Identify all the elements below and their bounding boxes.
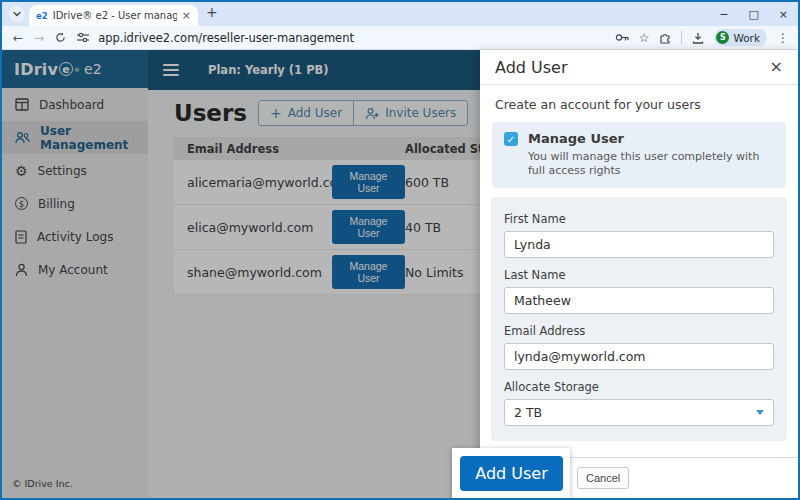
browser-url-bar: ← → app.idrivee2.com/reseller-user-manag… [2, 26, 798, 50]
address-input[interactable]: app.idrivee2.com/reseller-user-managemen… [98, 31, 615, 45]
allocate-storage-select[interactable]: 2 TB [504, 399, 774, 426]
tab-title: IDrive® e2 - User management [53, 10, 177, 21]
manage-user-description: You will manage this user completely wit… [528, 150, 774, 179]
panel-subtitle: Create an account for your users [495, 97, 783, 112]
toolbar-divider [681, 31, 682, 44]
window-minimize-button[interactable]: − [719, 8, 728, 21]
profile-name: Work [733, 32, 760, 44]
site-settings-icon[interactable] [77, 32, 89, 43]
first-name-label: First Name [504, 212, 774, 226]
bookmark-star-icon[interactable]: ☆ [639, 31, 650, 45]
idrive-e2-favicon: e2 [36, 11, 48, 21]
password-key-icon[interactable] [615, 33, 629, 42]
tab-close-icon[interactable]: × [182, 9, 191, 22]
chevron-down-icon [13, 11, 21, 17]
avatar: S [716, 31, 729, 44]
first-name-field[interactable] [504, 231, 774, 258]
add-user-panel: Add User × Create an account for your us… [480, 50, 798, 498]
browser-menu-icon[interactable]: ⋮ [777, 31, 789, 45]
panel-title: Add User [495, 58, 568, 77]
manage-user-option: ✓ Manage User You will manage this user … [492, 122, 786, 188]
allocate-storage-label: Allocate Storage [504, 380, 774, 394]
back-button[interactable]: ← [13, 31, 23, 45]
modal-dim-overlay [2, 50, 480, 498]
window-maximize-button[interactable]: □ [748, 8, 758, 21]
browser-tab-strip: e2 IDrive® e2 - User management × + − □ … [2, 2, 798, 26]
cancel-button[interactable]: Cancel [577, 467, 629, 489]
download-icon[interactable] [692, 32, 704, 44]
email-address-field[interactable] [504, 343, 774, 370]
selected-storage-value: 2 TB [514, 405, 542, 420]
tab-search-button[interactable] [9, 6, 25, 22]
new-tab-button[interactable]: + [206, 4, 218, 20]
extensions-icon[interactable] [659, 32, 671, 44]
chevron-down-icon [756, 410, 764, 415]
email-address-label: Email Address [504, 324, 774, 338]
window-close-button[interactable]: × [779, 8, 788, 21]
close-icon[interactable]: × [770, 59, 783, 75]
add-user-button-callout: Add User [452, 448, 570, 498]
manage-user-checkbox[interactable]: ✓ [504, 132, 518, 146]
last-name-field[interactable] [504, 287, 774, 314]
add-user-form: First Name Last Name Email Address Alloc… [491, 197, 787, 441]
last-name-label: Last Name [504, 268, 774, 282]
browser-profile-button[interactable]: S Work [714, 29, 767, 46]
submit-add-user-button[interactable]: Add User [460, 456, 563, 491]
reload-button[interactable] [55, 32, 66, 43]
manage-user-label: Manage User [528, 131, 774, 146]
browser-window: e2 IDrive® e2 - User management × + − □ … [0, 0, 800, 500]
forward-button[interactable]: → [34, 31, 44, 45]
browser-tab[interactable]: e2 IDrive® e2 - User management × [29, 5, 198, 26]
